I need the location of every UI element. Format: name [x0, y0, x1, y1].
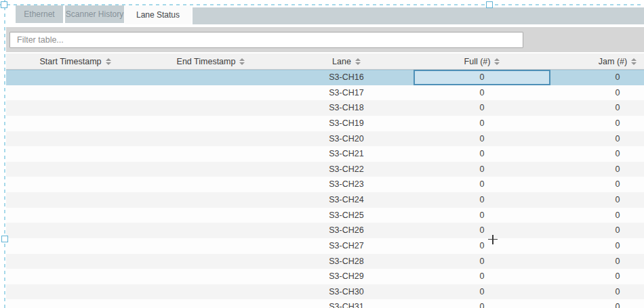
tab-scanner-history[interactable]: Scanner History — [65, 5, 124, 23]
cell-start[interactable] — [7, 254, 143, 269]
cell-jam[interactable]: 0 — [550, 269, 644, 284]
cell-start[interactable] — [7, 146, 143, 162]
cell-lane[interactable]: S3-CH22 — [279, 162, 414, 177]
cell-jam[interactable]: 0 — [550, 177, 644, 192]
cell-lane[interactable]: S3-CH31 — [279, 299, 414, 308]
cell-end[interactable] — [143, 238, 279, 254]
selection-handle-top-left[interactable] — [1, 1, 7, 8]
cell-end[interactable] — [143, 146, 279, 162]
cell-start[interactable] — [7, 177, 143, 192]
table-row[interactable]: S3-CH19 0 0 — [6, 116, 644, 131]
column-header-full[interactable]: Full (#) — [414, 53, 550, 69]
table-row[interactable]: S3-CH27 0 0 — [6, 238, 644, 254]
cell-lane[interactable]: S3-CH20 — [279, 131, 414, 147]
cell-jam[interactable]: 0 — [550, 254, 644, 269]
cell-full[interactable]: 0 — [414, 146, 550, 162]
column-header-jam[interactable]: Jam (#) — [550, 53, 644, 69]
table-row[interactable]: S3-CH22 0 0 — [6, 162, 644, 177]
cell-full[interactable]: 0 — [414, 284, 550, 300]
cell-end[interactable] — [143, 100, 279, 116]
cell-full[interactable]: 0 — [414, 192, 550, 208]
filter-table-input[interactable] — [9, 32, 523, 48]
cell-jam[interactable]: 0 — [550, 131, 644, 147]
cell-full[interactable]: 0 — [414, 238, 550, 254]
cell-lane[interactable]: S3-CH30 — [279, 284, 414, 300]
selection-handle-top-middle[interactable] — [486, 1, 493, 8]
table-row[interactable]: S3-CH24 0 0 — [6, 192, 644, 208]
selection-handle-left-middle[interactable] — [1, 236, 8, 242]
cell-full[interactable]: 0 — [414, 116, 550, 131]
column-header-lane[interactable]: Lane — [279, 53, 414, 69]
tab-lane-status[interactable]: Lane Status — [125, 5, 191, 24]
cell-full[interactable]: 0 — [414, 100, 550, 116]
cell-lane[interactable]: S3-CH24 — [279, 192, 414, 208]
cell-start[interactable] — [7, 131, 143, 147]
table-row[interactable]: S3-CH20 0 0 — [6, 131, 644, 147]
cell-jam[interactable]: 0 — [550, 162, 644, 177]
cell-lane[interactable]: S3-CH17 — [279, 85, 414, 101]
cell-lane[interactable]: S3-CH16 — [279, 70, 414, 85]
cell-start[interactable] — [7, 70, 143, 85]
cell-full[interactable]: 0 — [414, 177, 550, 192]
cell-full[interactable]: 0 — [414, 162, 550, 177]
table-row[interactable]: S3-CH23 0 0 — [6, 177, 644, 192]
table-row[interactable]: S3-CH30 0 0 — [6, 284, 644, 300]
cell-end[interactable] — [143, 223, 279, 238]
cell-jam[interactable]: 0 — [550, 100, 644, 116]
table-row[interactable]: S3-CH29 0 0 — [6, 269, 644, 284]
cell-lane[interactable]: S3-CH29 — [279, 269, 414, 284]
cell-full[interactable]: 0 — [414, 299, 550, 308]
cell-jam[interactable]: 0 — [550, 192, 644, 208]
cell-start[interactable] — [7, 223, 143, 238]
cell-end[interactable] — [143, 299, 279, 308]
cell-full[interactable]: 0 — [414, 254, 550, 269]
table-row[interactable]: S3-CH16 0 0 — [6, 70, 644, 85]
cell-jam[interactable]: 0 — [550, 70, 644, 85]
column-header-start-timestamp[interactable]: Start Timestamp — [7, 53, 143, 69]
cell-jam[interactable]: 0 — [550, 238, 644, 254]
cell-end[interactable] — [143, 192, 279, 208]
cell-full[interactable]: 0 — [414, 208, 550, 223]
cell-full[interactable]: 0 — [414, 70, 550, 85]
cell-start[interactable] — [7, 208, 143, 223]
cell-start[interactable] — [7, 299, 143, 308]
cell-start[interactable] — [7, 116, 143, 131]
cell-end[interactable] — [143, 254, 279, 269]
cell-lane[interactable]: S3-CH25 — [279, 208, 414, 223]
cell-end[interactable] — [143, 70, 279, 85]
cell-end[interactable] — [143, 208, 279, 223]
cell-start[interactable] — [7, 85, 143, 101]
column-header-end-timestamp[interactable]: End Timestamp — [143, 53, 279, 69]
cell-start[interactable] — [7, 192, 143, 208]
cell-end[interactable] — [143, 269, 279, 284]
tab-ethernet[interactable]: Ethernet — [16, 5, 63, 23]
cell-jam[interactable]: 0 — [550, 116, 644, 131]
table-row[interactable]: S3-CH31 0 0 — [6, 299, 644, 308]
cell-lane[interactable]: S3-CH19 — [279, 116, 414, 131]
table-row[interactable]: S3-CH26 0 0 — [6, 223, 644, 238]
cell-start[interactable] — [7, 162, 143, 177]
cell-jam[interactable]: 0 — [550, 146, 644, 162]
cell-start[interactable] — [7, 284, 143, 300]
cell-end[interactable] — [143, 177, 279, 192]
cell-jam[interactable]: 0 — [550, 299, 644, 308]
cell-lane[interactable]: S3-CH21 — [279, 146, 414, 162]
cell-full[interactable]: 0 — [414, 131, 550, 147]
cell-lane[interactable]: S3-CH23 — [279, 177, 414, 192]
table-row[interactable]: S3-CH18 0 0 — [6, 100, 644, 116]
cell-full[interactable]: 0 — [414, 85, 550, 101]
cell-end[interactable] — [143, 85, 279, 101]
cell-lane[interactable]: S3-CH26 — [279, 223, 414, 238]
cell-end[interactable] — [143, 284, 279, 300]
cell-start[interactable] — [7, 100, 143, 116]
cell-lane[interactable]: S3-CH27 — [279, 238, 414, 254]
cell-start[interactable] — [7, 269, 143, 284]
cell-jam[interactable]: 0 — [550, 85, 644, 101]
cell-full[interactable]: 0 — [414, 223, 550, 238]
cell-lane[interactable]: S3-CH18 — [279, 100, 414, 116]
table-row[interactable]: S3-CH28 0 0 — [6, 254, 644, 269]
cell-lane[interactable]: S3-CH28 — [279, 254, 414, 269]
cell-jam[interactable]: 0 — [550, 284, 644, 300]
table-row[interactable]: S3-CH21 0 0 — [6, 146, 644, 162]
cell-start[interactable] — [7, 238, 143, 254]
